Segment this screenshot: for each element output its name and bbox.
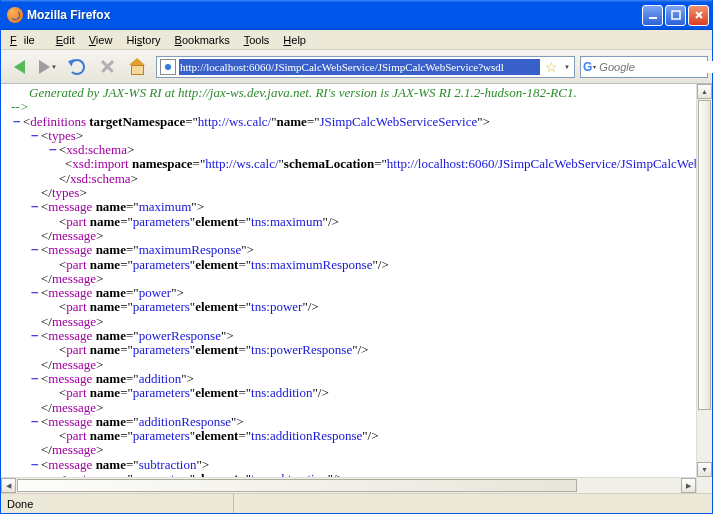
arrow-right-icon — [39, 60, 50, 74]
scroll-up-button[interactable]: ▲ — [697, 84, 712, 99]
types-close: </types> — [7, 186, 710, 200]
menu-edit[interactable]: Edit — [49, 32, 82, 48]
status-icon — [690, 496, 706, 512]
collapse-toggle[interactable]: − — [29, 286, 41, 300]
forward-button[interactable]: ▼ — [35, 54, 61, 80]
collapse-toggle[interactable]: − — [11, 115, 23, 129]
titlebar[interactable]: Mozilla Firefox — [1, 0, 712, 30]
content-area: Generated by JAX-WS RI at http://jax-ws.… — [1, 84, 712, 493]
part-element: <part name="parameters" element="tns:pow… — [7, 343, 710, 357]
search-bar[interactable]: G ▾ — [580, 56, 708, 78]
reload-button[interactable] — [63, 54, 91, 80]
home-icon — [129, 60, 145, 74]
xml-comment-end: --> — [11, 100, 28, 114]
menu-bookmarks[interactable]: Bookmarks — [168, 32, 237, 48]
scroll-down-button[interactable]: ▼ — [697, 462, 712, 477]
maximize-button[interactable] — [665, 5, 686, 26]
message-close: </message> — [7, 272, 710, 286]
message-open: −<message name="maximum"> — [7, 200, 710, 214]
minimize-button[interactable] — [642, 5, 663, 26]
message-open: −<message name="powerResponse"> — [7, 329, 710, 343]
collapse-toggle[interactable]: − — [29, 329, 41, 343]
collapse-toggle[interactable]: − — [29, 372, 41, 386]
collapse-toggle[interactable]: − — [29, 458, 41, 472]
definitions-open: −<definitions targetNamespace="http://ws… — [7, 115, 710, 129]
menu-file[interactable]: File — [3, 32, 49, 48]
message-open: −<message name="addition"> — [7, 372, 710, 386]
message-close: </message> — [7, 315, 710, 329]
back-button[interactable] — [5, 54, 33, 80]
collapse-toggle[interactable]: − — [29, 200, 41, 214]
schema-open: −<xsd:schema> — [7, 143, 710, 157]
message-close: </message> — [7, 443, 710, 457]
message-open: −<message name="additionResponse"> — [7, 415, 710, 429]
menu-help[interactable]: Help — [276, 32, 313, 48]
page-icon — [160, 59, 176, 75]
reload-icon — [69, 59, 85, 75]
home-button[interactable] — [123, 54, 151, 80]
arrow-left-icon — [14, 60, 25, 74]
toolbar: ▼ ☆ ▼ G ▾ — [1, 50, 712, 84]
chevron-down-icon[interactable]: ▼ — [564, 64, 570, 70]
window-title: Mozilla Firefox — [27, 8, 642, 22]
scroll-thumb[interactable] — [17, 479, 577, 492]
statusbar: Done — [1, 493, 712, 513]
part-element: <part name="parameters" element="tns:add… — [7, 386, 710, 400]
bookmark-star-icon[interactable]: ☆ — [545, 59, 558, 75]
schema-close: </xsd:schema> — [7, 172, 710, 186]
menu-view[interactable]: View — [82, 32, 120, 48]
stop-button[interactable] — [93, 54, 121, 80]
collapse-toggle[interactable]: − — [29, 243, 41, 257]
firefox-icon — [7, 7, 23, 23]
svg-rect-0 — [649, 17, 657, 19]
menu-history[interactable]: History — [119, 32, 167, 48]
part-element: <part name="parameters" element="tns:add… — [7, 429, 710, 443]
firefox-window: Mozilla Firefox File Edit View History B… — [0, 0, 713, 514]
part-element: <part name="parameters" element="tns:pow… — [7, 300, 710, 314]
close-button[interactable] — [688, 5, 709, 26]
xml-source: Generated by JAX-WS RI at http://jax-ws.… — [1, 84, 712, 493]
xsd-import: <xsd:import namespace="http://ws.calc/" … — [7, 157, 710, 171]
svg-rect-1 — [672, 11, 680, 19]
xml-comment: Generated by JAX-WS RI at http://jax-ws.… — [29, 86, 577, 100]
url-input[interactable] — [179, 59, 540, 75]
part-element: <part name="parameters" element="tns:max… — [7, 258, 710, 272]
vertical-scrollbar[interactable]: ▲ ▼ — [696, 84, 712, 493]
scroll-left-button[interactable]: ◀ — [1, 478, 16, 493]
url-bar[interactable]: ☆ ▼ — [156, 56, 575, 78]
stop-icon — [100, 59, 115, 74]
message-close: </message> — [7, 358, 710, 372]
scroll-right-button[interactable]: ▶ — [681, 478, 696, 493]
horizontal-scrollbar[interactable]: ◀ ▶ — [1, 477, 696, 493]
scroll-thumb[interactable] — [698, 100, 711, 410]
part-element: <part name="parameters" element="tns:max… — [7, 215, 710, 229]
collapse-toggle[interactable]: − — [29, 129, 41, 143]
message-open: −<message name="maximumResponse"> — [7, 243, 710, 257]
message-open: −<message name="power"> — [7, 286, 710, 300]
menu-tools[interactable]: Tools — [237, 32, 277, 48]
types-open: −<types> — [7, 129, 710, 143]
message-open: −<message name="subtraction"> — [7, 458, 710, 472]
menubar: File Edit View History Bookmarks Tools H… — [1, 30, 712, 50]
status-text: Done — [7, 494, 234, 513]
message-close: </message> — [7, 401, 710, 415]
google-icon[interactable]: G — [583, 59, 592, 75]
collapse-toggle[interactable]: − — [47, 143, 59, 157]
chevron-down-icon: ▼ — [51, 64, 57, 70]
message-close: </message> — [7, 229, 710, 243]
collapse-toggle[interactable]: − — [29, 415, 41, 429]
search-input[interactable] — [596, 61, 713, 73]
